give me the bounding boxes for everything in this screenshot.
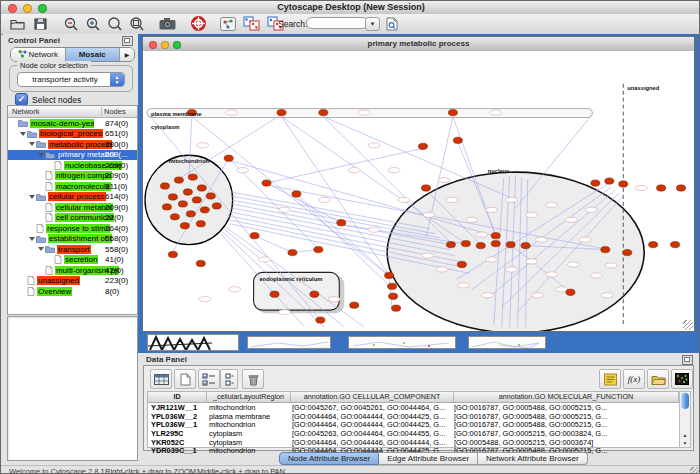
tab-network[interactable]: Network <box>11 48 66 61</box>
network-node[interactable] <box>319 109 328 115</box>
network-node[interactable] <box>186 211 195 217</box>
network-node[interactable] <box>316 317 325 323</box>
search-dropdown-button[interactable]: ▼ <box>365 17 380 31</box>
tree-row[interactable]: cellular metabol209(0) <box>8 202 137 213</box>
background-window-edge[interactable] <box>468 336 546 349</box>
expand-arrow-icon[interactable] <box>29 195 35 199</box>
scrollbar-thumb[interactable] <box>681 393 689 409</box>
attribute-notes-icon[interactable] <box>599 369 621 389</box>
background-window-edge[interactable] <box>147 334 239 351</box>
network-node[interactable] <box>619 181 628 187</box>
expand-arrow-icon[interactable] <box>29 142 35 146</box>
expand-arrow-icon[interactable] <box>38 247 44 251</box>
network-node[interactable] <box>421 185 430 191</box>
tree-row[interactable]: metabolic process280(0) <box>8 139 137 150</box>
network-node[interactable] <box>448 109 457 115</box>
network-node[interactable] <box>476 242 485 248</box>
tree-row[interactable]: mosaic-demo-yeast874(0) <box>8 118 137 129</box>
import-attributes-icon[interactable] <box>647 369 669 389</box>
network-node[interactable] <box>196 221 205 227</box>
table-column-header[interactable]: annotation.GO CELLULAR_COMPONENT <box>291 392 454 402</box>
network-node[interactable] <box>183 189 192 195</box>
table-column-header[interactable]: _cellularLayoutRegion <box>207 392 291 402</box>
network-canvas[interactable]: plasma membranecytoplasmmitochondrionnuc… <box>143 51 694 331</box>
tree-row[interactable]: macromolecule311(0) <box>8 181 137 192</box>
network-node[interactable] <box>262 180 271 186</box>
expand-arrow-icon[interactable] <box>38 153 44 157</box>
network-node[interactable] <box>188 174 197 180</box>
tree-column-network[interactable]: Network <box>8 107 102 116</box>
network-node[interactable] <box>174 177 183 183</box>
network-node[interactable] <box>270 291 279 297</box>
table-column-header[interactable]: annotation.GO MOLECULAR_FUNCTION <box>454 392 679 402</box>
tree-row[interactable]: primary metabol209(... <box>8 150 137 161</box>
table-scrollbar[interactable]: ▲▼ <box>679 391 691 448</box>
network-node[interactable] <box>623 249 632 255</box>
table-column-header[interactable]: ID <box>148 392 207 402</box>
zoom-selected-icon[interactable] <box>127 15 147 32</box>
network-node[interactable] <box>350 302 359 308</box>
tree-row[interactable]: establishment of lo558(0) <box>8 234 137 245</box>
network-node[interactable] <box>250 233 259 239</box>
table-row[interactable]: YPL036W__1mitochondrion[GO:0044464, GO:0… <box>148 420 679 429</box>
table-row[interactable]: YPL036W__2plasma membrane[GO:0044464, GO… <box>148 412 679 421</box>
new-attribute-icon[interactable] <box>174 369 196 389</box>
network-node[interactable] <box>601 246 610 252</box>
save-session-icon[interactable] <box>30 15 50 32</box>
snapshot-camera-icon[interactable] <box>157 15 177 32</box>
node-color-dropdown[interactable]: transporter activity ▲▼ <box>17 72 125 87</box>
network-node[interactable] <box>212 203 221 209</box>
network-node[interactable] <box>391 305 400 311</box>
network-node[interactable] <box>605 178 614 184</box>
network-node[interactable] <box>162 204 171 210</box>
zoom-in-icon[interactable] <box>83 15 103 32</box>
background-window-edge[interactable] <box>348 336 456 349</box>
network-node[interactable] <box>337 220 346 226</box>
float-panel-icon[interactable] <box>682 355 693 365</box>
scrollbar-arrows[interactable]: ▲▼ <box>680 431 690 447</box>
tree-row[interactable]: unassigned223(0) <box>8 276 137 287</box>
delete-attribute-icon[interactable] <box>242 369 264 389</box>
more-tabs-arrow[interactable]: ▶ <box>120 48 134 61</box>
network-node[interactable] <box>168 251 177 257</box>
tree-row[interactable]: cell communicat22(0) <box>8 213 137 224</box>
network-node[interactable] <box>591 180 600 186</box>
search-input[interactable] <box>306 17 368 29</box>
tree-row[interactable]: response to stimul264(0) <box>8 223 137 234</box>
network-node[interactable] <box>649 241 658 247</box>
table-row[interactable]: YLR295Ccytoplasm[GO:0045263, GO:0044464,… <box>148 429 679 438</box>
network-node[interactable] <box>461 240 470 246</box>
network-node[interactable] <box>457 261 466 267</box>
window-resize-grip[interactable] <box>683 320 693 330</box>
network-node[interactable] <box>200 207 209 213</box>
network-node[interactable] <box>491 240 500 246</box>
tree-row[interactable]: multi-organism pro42(0) <box>8 265 137 276</box>
app-resize-grip[interactable] <box>690 467 699 474</box>
network-node[interactable] <box>453 137 462 143</box>
network-node[interactable] <box>418 143 427 149</box>
network-node[interactable] <box>180 223 189 229</box>
zoom-out-icon[interactable] <box>61 15 81 32</box>
tab-network-attribute-browser[interactable]: Network Attribute Browser <box>478 452 587 465</box>
table-row[interactable]: YKR052Ccytoplasm[GO:0044464, GO:0044446,… <box>148 438 679 447</box>
network-node[interactable] <box>506 241 515 247</box>
network-node[interactable] <box>288 249 297 255</box>
tree-row[interactable]: nitrogen compo209(0) <box>8 171 137 182</box>
tab-node-attribute-browser[interactable]: Node Attribute Browser <box>279 452 379 465</box>
tab-mosaic[interactable]: Mosaic <box>66 48 121 61</box>
network-node[interactable] <box>178 201 187 207</box>
network-node[interactable] <box>292 191 301 197</box>
tree-row[interactable]: nucleobase-con209(0) <box>8 160 137 171</box>
network-window-titlebar[interactable]: primary metabolic process <box>143 37 694 52</box>
network-node[interactable] <box>670 241 679 247</box>
formula-builder-icon[interactable]: f(x) <box>623 369 645 389</box>
tree-row[interactable]: Overview8(0) <box>8 286 137 297</box>
network-node[interactable] <box>196 260 205 266</box>
select-attributes-icon[interactable] <box>198 369 220 389</box>
expand-arrow-icon[interactable] <box>20 132 26 136</box>
help-lifering-icon[interactable] <box>188 15 208 32</box>
network-node[interactable] <box>446 241 455 247</box>
network-node[interactable] <box>170 214 179 220</box>
network-overview-icon[interactable] <box>218 15 238 32</box>
float-panel-icon[interactable] <box>122 36 133 46</box>
